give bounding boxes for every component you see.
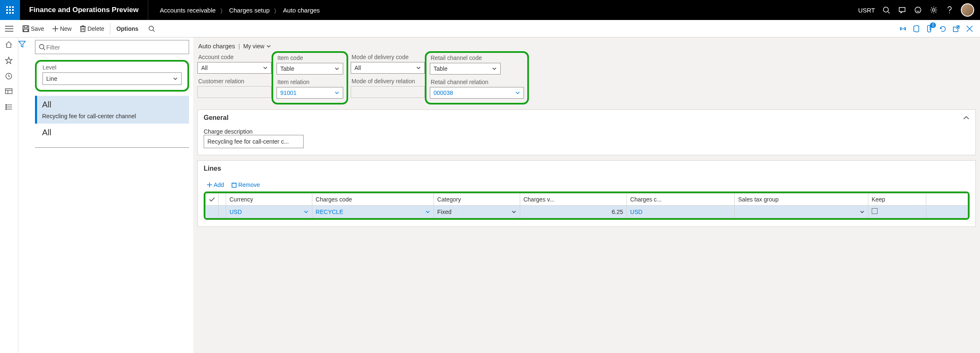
delivery-code-label: Mode of delivery code	[352, 54, 425, 60]
cell-sales-tax[interactable]	[735, 206, 868, 218]
recent-icon[interactable]	[5, 72, 13, 81]
svg-line-31	[153, 30, 155, 32]
cell-charges-currency[interactable]: USD	[627, 206, 735, 218]
cell-charges-value[interactable]: 6.25	[520, 206, 626, 218]
item-relation-select[interactable]: 91001	[277, 87, 343, 99]
modules-icon[interactable]	[5, 104, 13, 112]
col-category[interactable]: Category	[434, 194, 520, 206]
plus-icon	[52, 26, 58, 32]
svg-rect-25	[81, 27, 85, 32]
svg-rect-11	[899, 7, 905, 12]
col-sales-tax[interactable]: Sales tax group	[735, 194, 868, 206]
account-code-label: Account code	[198, 54, 272, 60]
company-code[interactable]: USRT	[858, 7, 875, 14]
charge-desc-label: Charge description	[204, 128, 970, 135]
refresh-icon[interactable]	[938, 24, 948, 33]
charge-desc-input[interactable]: Recycling fee for call-center c...	[204, 135, 304, 148]
options-button[interactable]: Options	[110, 23, 144, 35]
item-code-select[interactable]: Table	[277, 63, 343, 75]
feedback-icon[interactable]	[913, 5, 923, 15]
level-highlight: Level Line	[35, 60, 189, 92]
breadcrumb-item[interactable]: Charges setup	[229, 7, 270, 14]
svg-point-9	[883, 7, 888, 12]
col-keep[interactable]: Keep	[868, 194, 926, 206]
chevron-down-icon	[515, 90, 520, 95]
list-pane: Level Line All Recycling fee for call-ce…	[18, 37, 193, 353]
avatar[interactable]	[961, 3, 974, 17]
link-icon[interactable]	[898, 24, 908, 33]
save-button[interactable]: Save	[18, 23, 48, 35]
breadcrumb-item[interactable]: Accounts receivable	[160, 7, 216, 14]
close-icon[interactable]	[965, 24, 974, 33]
cell-category[interactable]: Fixed	[434, 206, 520, 218]
retail-relation-select[interactable]: 000038	[430, 87, 524, 99]
add-line-button[interactable]: Add	[207, 181, 224, 188]
svg-point-15	[933, 9, 935, 11]
svg-point-16	[949, 12, 950, 13]
chevron-down-icon	[860, 209, 865, 214]
item-code-highlight: Item code Table Item relation 91001	[272, 51, 348, 104]
save-label: Save	[31, 25, 44, 32]
general-header[interactable]: General	[198, 110, 975, 126]
search-command[interactable]	[144, 23, 159, 35]
delete-button[interactable]: Delete	[76, 23, 108, 35]
list-item-title: All	[42, 100, 184, 109]
filter-column	[18, 37, 35, 353]
settings-icon[interactable]	[929, 5, 938, 15]
item-code-block: Item code Table Item relation 91001	[274, 54, 351, 104]
popout-icon[interactable]	[952, 24, 961, 33]
attachments-icon[interactable]	[925, 24, 934, 33]
nav-toggle[interactable]	[0, 20, 18, 37]
retail-code-select[interactable]: Table	[430, 63, 501, 75]
office-icon[interactable]	[912, 24, 921, 33]
level-label: Level	[42, 64, 182, 71]
breadcrumb-item[interactable]: Auto charges	[283, 7, 319, 14]
customer-relation-select	[197, 86, 272, 98]
list-item[interactable]: All	[35, 124, 189, 145]
svg-rect-5	[12, 9, 14, 11]
lines-header[interactable]: Lines	[198, 161, 975, 176]
search-icon[interactable]	[882, 5, 891, 15]
favorite-icon[interactable]	[5, 57, 13, 65]
checkbox-icon[interactable]	[872, 208, 878, 214]
svg-point-32	[900, 28, 902, 30]
filter-icon[interactable]	[18, 41, 35, 47]
messages-icon[interactable]	[898, 5, 907, 15]
delivery-code-select[interactable]: All	[351, 62, 425, 74]
col-charges-value[interactable]: Charges v...	[520, 194, 626, 206]
col-select[interactable]	[206, 194, 219, 206]
cell-currency[interactable]: USD	[226, 206, 312, 218]
view-selector[interactable]: My view	[243, 43, 271, 50]
cell-charges-code[interactable]: RECYCLE	[312, 206, 434, 218]
account-code-block: Account code All Customer relation	[197, 54, 274, 104]
table-header-row: Currency Charges code Category Charges v…	[206, 194, 968, 206]
retail-code-highlight: Retail channel code Table Retail channel…	[425, 51, 529, 104]
list-item[interactable]: All Recycling fee for call-center channe…	[35, 96, 189, 124]
help-icon[interactable]	[945, 5, 954, 15]
delivery-relation-label: Mode of delivery relation	[352, 78, 425, 85]
filter-input-wrap[interactable]	[35, 40, 189, 54]
fields-row: Account code All Customer relation Item …	[197, 54, 976, 104]
search-icon	[39, 44, 45, 50]
chevron-right-icon: 〉	[220, 7, 225, 12]
lines-grid: Currency Charges code Category Charges v…	[204, 191, 970, 220]
col-currency[interactable]: Currency	[226, 194, 312, 206]
svg-point-30	[149, 26, 154, 30]
chevron-down-icon	[416, 65, 421, 70]
delivery-code-block: Mode of delivery code All Mode of delive…	[351, 54, 427, 104]
home-icon[interactable]	[5, 41, 13, 49]
workspaces-icon[interactable]	[5, 88, 13, 97]
col-charges-currency[interactable]: Charges c...	[627, 194, 735, 206]
table-row[interactable]: USD RECYCLE Fixed 6.25 USD	[206, 206, 968, 218]
app-launcher[interactable]	[0, 0, 20, 20]
level-select[interactable]: Line	[42, 72, 182, 85]
col-charges-code[interactable]: Charges code	[312, 194, 434, 206]
chevron-up-icon	[963, 116, 970, 120]
cell-keep[interactable]	[868, 206, 926, 218]
trash-icon	[80, 25, 86, 32]
filter-input[interactable]	[45, 43, 185, 51]
account-code-select[interactable]: All	[197, 62, 272, 74]
svg-rect-1	[9, 6, 11, 8]
new-button[interactable]: New	[48, 23, 76, 35]
remove-line-button[interactable]: Remove	[232, 181, 260, 188]
